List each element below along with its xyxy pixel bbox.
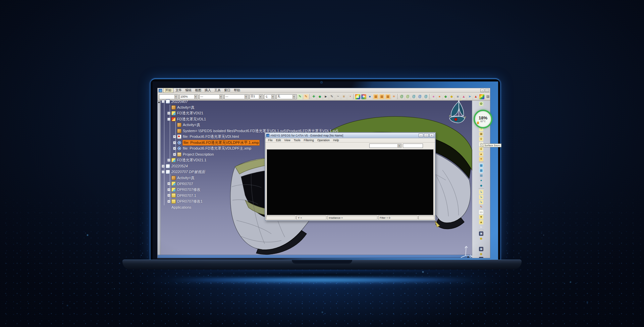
tree-expander[interactable]: + [173, 135, 176, 138]
tree-item[interactable]: +Activity=真 [162, 122, 338, 128]
tree-expander[interactable]: + [167, 159, 170, 162]
feather-icon[interactable]: ✎ [479, 205, 483, 209]
tree-expander[interactable]: + [167, 112, 170, 115]
book-up-icon[interactable]: ▲ [479, 220, 483, 224]
tree-expander[interactable]: + [167, 182, 170, 185]
speos-value-field[interactable] [403, 144, 423, 148]
speos-titlebar[interactable]: ANSYS SPEOS for CATIA V5 - Extended map … [265, 133, 435, 138]
globe-icon[interactable]: ● [367, 94, 372, 99]
catia-menubar: 开始 文件编辑视图插入工具窗口帮助 –□ [158, 88, 490, 93]
tree-expander[interactable]: + [173, 147, 176, 150]
tree-expander[interactable]: + [167, 194, 170, 197]
target-icon[interactable]: ◉ [479, 252, 483, 256]
clipboard-arrow-icon[interactable]: ↳ [479, 200, 483, 204]
grid-source-icon[interactable]: ▦ [385, 94, 390, 99]
material-icon[interactable]: ● [437, 94, 442, 99]
window-button[interactable]: – [480, 89, 484, 92]
toolbar-separator [479, 230, 484, 231]
grid-source-icon[interactable]: ▦ [373, 94, 378, 99]
swirl-icon[interactable]: @ [423, 94, 428, 99]
tree-item[interactable]: -FD透光罩无VDL1 [162, 116, 338, 122]
speos-menu-item[interactable]: Filtering [302, 139, 315, 142]
crown-icon[interactable]: ♛ [479, 147, 483, 151]
swirl-icon[interactable]: @ [405, 94, 410, 99]
tree-item-label: Applications [171, 205, 191, 209]
speos-menu-item[interactable]: File [267, 139, 274, 142]
window-button[interactable]: □ [424, 133, 429, 137]
swirl-icon[interactable]: @ [417, 94, 422, 99]
grid-blue-icon[interactable]: ▦ [479, 163, 483, 168]
sun-icon[interactable]: ☀ [391, 94, 396, 99]
crown-icon[interactable]: ♛ [479, 137, 483, 141]
tree-expander[interactable]: - [162, 170, 165, 173]
page-icon [166, 170, 170, 174]
catia-menu-item[interactable]: 视图 [193, 88, 203, 93]
gear-star-icon[interactable]: ✦ [479, 157, 483, 161]
speos-window-title: ANSYS SPEOS for CATIA V5 - Extended map … [270, 134, 343, 137]
hatch-icon[interactable]: ▨ [485, 94, 490, 99]
measure-icon[interactable]: ≡ [341, 94, 346, 99]
swirl-icon[interactable]: @ [399, 94, 404, 99]
speos-menu-item[interactable]: Tools [292, 139, 302, 142]
speos-map-canvas[interactable] [267, 149, 434, 215]
tree-item-label: file: Product6.FD透光罩无VDLDPF主.xmp [183, 146, 251, 151]
tree-item[interactable]: -20220407 [162, 99, 338, 105]
catia-menu-item[interactable]: 帮助 [232, 88, 242, 93]
grid-source-icon[interactable]: ▦ [379, 94, 384, 99]
catia-menu-item[interactable]: 工具 [213, 88, 222, 93]
flag-icon[interactable]: ▲ [473, 94, 478, 99]
tree-expander[interactable]: - [167, 118, 170, 121]
window-button[interactable]: □ [485, 89, 489, 92]
box-source-icon[interactable]: ▣ [479, 132, 483, 136]
speos-menu-item[interactable]: View [283, 139, 291, 142]
tree-expander[interactable]: + [167, 188, 170, 191]
tree-expander[interactable]: + [173, 141, 176, 144]
tree-expander[interactable]: + [162, 165, 165, 168]
teal-poly-icon[interactable]: ◆ [479, 183, 483, 188]
clipboard-arrow-icon[interactable]: ↳ [479, 190, 483, 194]
status-segment [266, 216, 296, 220]
activity-icon [177, 129, 181, 133]
rotate-icon[interactable]: ◔ [347, 94, 353, 99]
speos-menu-item[interactable]: Operation [316, 139, 331, 142]
tree-item[interactable]: +Activity=真 [162, 105, 338, 111]
chevron-down-icon: ▼ [194, 95, 197, 99]
swirl-icon[interactable]: @ [411, 94, 416, 99]
performance-gauge: 18% 62°C [474, 110, 492, 128]
sparkles [0, 0, 1, 1]
catia-app-icon[interactable] [159, 89, 162, 92]
catia-menu-item[interactable]: 文件 [174, 88, 183, 93]
catia-menu-item[interactable]: 编辑 [183, 88, 193, 93]
teal-blob-icon[interactable]: ● [479, 178, 483, 183]
book-down-icon[interactable]: ▼ [479, 215, 483, 219]
tree-expander[interactable]: - [162, 100, 165, 103]
target-icon[interactable]: ◉ [479, 236, 483, 241]
material-icon[interactable]: ● [431, 94, 436, 99]
window-button[interactable]: – [419, 133, 423, 137]
display-frame-icon[interactable]: ▭ [479, 210, 483, 214]
grid-blue-icon[interactable]: ▦ [479, 168, 483, 173]
render-icon[interactable]: ❖ [361, 94, 366, 99]
camera-icon[interactable]: ▣ [479, 257, 483, 258]
clipboard-arrow-icon[interactable]: ↳ [479, 195, 483, 199]
plant-icon[interactable]: ✿ [479, 102, 483, 106]
speos-menu-item[interactable]: Edit [275, 139, 282, 142]
speos-map-combobox[interactable]: ▼ [369, 144, 401, 148]
menu-start[interactable]: 开始 [163, 88, 173, 93]
catia-compass[interactable] [445, 97, 473, 126]
tree-expander[interactable]: + [167, 200, 170, 203]
camera-icon[interactable]: ▣ [479, 231, 483, 236]
grid-small-icon[interactable]: ▩ [479, 173, 483, 178]
spectrum-map-icon[interactable]: ▦ [355, 94, 360, 99]
catia-menu-item[interactable]: 插入 [203, 88, 213, 93]
wave-rainbow-icon[interactable]: ≈ [479, 225, 483, 229]
camera-icon[interactable]: ▣ [479, 247, 483, 251]
window-button[interactable]: × [429, 133, 434, 137]
speos-menu-item[interactable]: Help [332, 139, 340, 142]
xmp-icon [177, 146, 181, 151]
rainbow-bar-icon[interactable]: ≈ [479, 94, 484, 99]
tree-expander[interactable]: + [173, 153, 176, 156]
catia-menu-item[interactable]: 窗口 [222, 88, 232, 93]
tree-item[interactable]: +FD透光罩VDI21 [162, 110, 338, 116]
cone-icon[interactable]: ▲ [479, 152, 483, 156]
